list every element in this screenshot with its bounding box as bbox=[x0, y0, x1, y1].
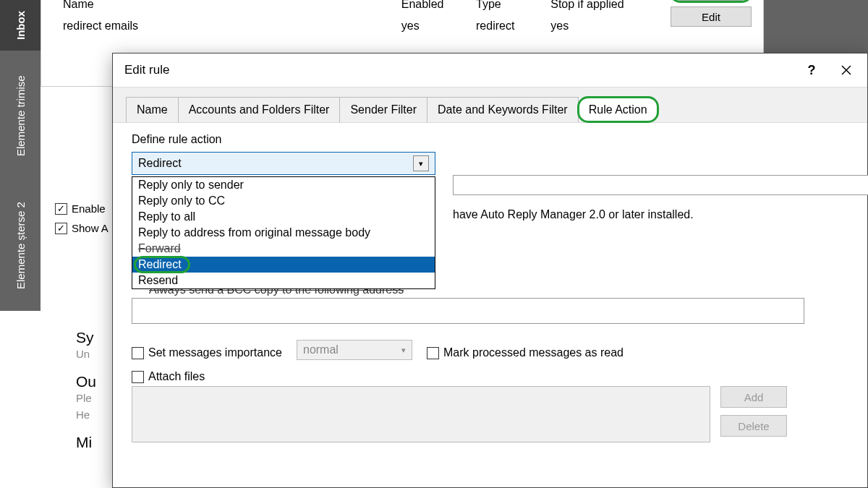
rule-action-dropdown[interactable]: Reply only to sender Reply only to CC Re… bbox=[132, 176, 435, 289]
cell-type: redirect bbox=[470, 15, 543, 37]
sidebar-folder-sent[interactable]: Elemente trimise bbox=[0, 51, 41, 181]
col-enabled: Enabled bbox=[396, 0, 469, 14]
tab-sender-filter[interactable]: Sender Filter bbox=[339, 97, 427, 122]
dialog-content: Define rule action Redirect ▾ have Auto … bbox=[113, 123, 867, 453]
option-reply-body-address[interactable]: Reply to address from original message b… bbox=[132, 225, 435, 241]
col-name: Name bbox=[57, 0, 394, 14]
importance-select: normal ▾ bbox=[297, 340, 412, 360]
right-fragment: have Auto Reply Manager 2.0 or later ins… bbox=[453, 175, 829, 221]
checkbox-icon bbox=[427, 347, 439, 359]
close-icon bbox=[841, 64, 852, 76]
msg-frag: Sy bbox=[76, 329, 96, 346]
tab-date-keywords[interactable]: Date and Keywords Filter bbox=[427, 97, 579, 122]
checkbox-icon: ✓ bbox=[55, 223, 67, 234]
address-input[interactable] bbox=[453, 175, 868, 195]
checkbox-icon: ✓ bbox=[55, 203, 67, 215]
define-action-label: Define rule action bbox=[132, 133, 848, 146]
rules-table: Name Enabled Type Stop if applied redire… bbox=[56, 0, 649, 38]
attach-files-checkbox[interactable]: Attach files bbox=[132, 370, 848, 383]
cell-enabled: yes bbox=[396, 15, 469, 37]
set-importance-label: Set messages importance bbox=[148, 346, 282, 359]
show-label: Show A bbox=[72, 222, 109, 234]
msg-frag-sub: Ple bbox=[76, 392, 96, 404]
edit-rule-dialog: Edit rule ? Name Accounts and Folders Fi… bbox=[112, 53, 868, 488]
enable-label: Enable bbox=[72, 202, 106, 215]
option-redirect-label: Redirect bbox=[138, 258, 182, 270]
msg-frag: Ou bbox=[76, 373, 96, 390]
cell-stop: yes bbox=[545, 15, 647, 37]
msg-frag: Mi bbox=[76, 434, 96, 451]
show-checkbox-row[interactable]: ✓ Show A bbox=[55, 222, 109, 234]
rule-action-value: Redirect bbox=[138, 157, 182, 170]
dialog-tabs: Name Accounts and Folders Filter Sender … bbox=[113, 87, 867, 123]
msg-frag-sub: Un bbox=[76, 348, 96, 360]
dialog-title: Edit rule bbox=[124, 63, 169, 77]
tab-rule-action[interactable]: Rule Action bbox=[578, 97, 658, 122]
mail-folders-sidebar: Inbox Elemente trimise Elemente șterse 2 bbox=[0, 0, 41, 311]
sidebar-folder-inbox[interactable]: Inbox bbox=[0, 0, 41, 51]
tab-accounts-folders[interactable]: Accounts and Folders Filter bbox=[178, 97, 341, 122]
table-header-row: Name Enabled Type Stop if applied bbox=[57, 0, 647, 14]
edit-rule-button[interactable]: Edit bbox=[671, 7, 752, 27]
attach-files-list bbox=[132, 386, 710, 442]
dialog-titlebar: Edit rule ? bbox=[113, 53, 867, 87]
option-resend[interactable]: Resend bbox=[132, 273, 435, 288]
version-hint: have Auto Reply Manager 2.0 or later ins… bbox=[453, 208, 829, 221]
option-reply-sender[interactable]: Reply only to sender bbox=[132, 177, 435, 193]
option-reply-cc[interactable]: Reply only to CC bbox=[132, 193, 435, 209]
attach-files-label: Attach files bbox=[148, 370, 205, 383]
attach-add-button: Add bbox=[720, 386, 787, 408]
mark-read-checkbox[interactable]: Mark processed messages as read bbox=[427, 346, 624, 359]
background-options: ✓ Enable ✓ Show A bbox=[55, 202, 109, 241]
bcc-address-input[interactable] bbox=[132, 298, 804, 324]
enable-checkbox-row[interactable]: ✓ Enable bbox=[55, 202, 109, 215]
checkbox-icon bbox=[132, 371, 144, 383]
chevron-down-icon: ▾ bbox=[413, 155, 429, 171]
msg-frag-sub: He bbox=[76, 408, 96, 421]
col-stop: Stop if applied bbox=[545, 0, 647, 14]
rule-action-select[interactable]: Redirect ▾ bbox=[132, 152, 435, 175]
option-reply-all[interactable]: Reply to all bbox=[132, 209, 435, 225]
mark-read-label: Mark processed messages as read bbox=[443, 346, 624, 359]
close-button[interactable] bbox=[831, 59, 861, 81]
importance-value: normal bbox=[303, 343, 339, 356]
sidebar-folder-deleted[interactable]: Elemente șterse 2 bbox=[0, 181, 41, 311]
col-type: Type bbox=[470, 0, 543, 14]
help-button[interactable]: ? bbox=[796, 59, 827, 81]
chevron-down-icon: ▾ bbox=[401, 346, 406, 355]
option-forward[interactable]: Forward bbox=[132, 241, 435, 257]
message-list-fragment: Sy Un Ou Ple He Mi bbox=[76, 329, 96, 461]
cell-name: redirect emails bbox=[57, 15, 394, 37]
tab-name[interactable]: Name bbox=[126, 97, 179, 122]
set-importance-checkbox[interactable]: Set messages importance bbox=[132, 346, 282, 359]
checkbox-icon bbox=[132, 347, 144, 359]
option-redirect[interactable]: Redirect bbox=[132, 257, 435, 273]
table-row[interactable]: redirect emails yes redirect yes bbox=[57, 15, 647, 37]
add-rule-button[interactable]: Add bbox=[671, 0, 752, 1]
attach-delete-button: Delete bbox=[720, 415, 787, 437]
